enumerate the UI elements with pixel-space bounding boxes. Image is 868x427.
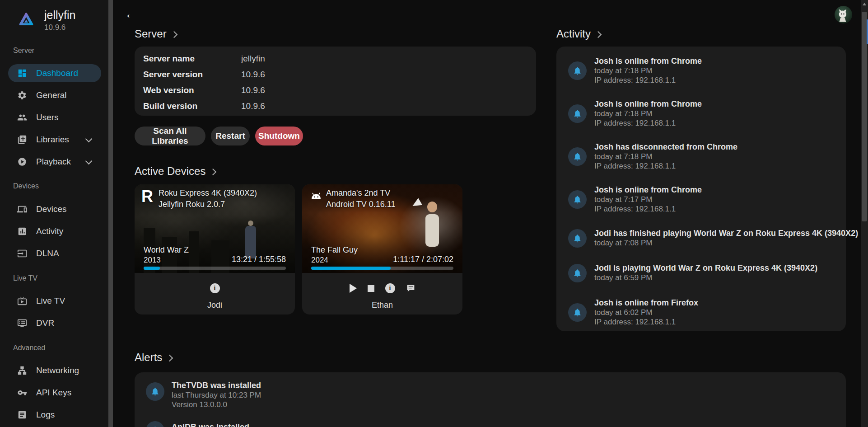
activity-entry-ip: IP address: 192.168.1.1 — [594, 204, 847, 214]
server-section-heading[interactable]: Server — [135, 28, 177, 40]
app-version: 10.9.6 — [44, 23, 75, 32]
alerts-heading[interactable]: Alerts — [135, 351, 172, 364]
sidebar-item-devices[interactable]: Devices — [8, 200, 101, 218]
server-name-value: jellyfin — [241, 54, 265, 64]
info-icon[interactable]: i — [210, 283, 220, 293]
alerts-panel: TheTVDB was installed last Thursday at 1… — [135, 372, 846, 427]
activity-entry: Jodi has finished playing World War Z on… — [594, 228, 847, 248]
active-devices-heading[interactable]: Active Devices — [135, 165, 215, 178]
sidebar-item-label: DVR — [36, 318, 54, 328]
roku-logo-icon: R — [141, 188, 153, 205]
activity-entry: Josh is online from Chrome today at 7:17… — [594, 185, 847, 214]
session-card-android-tv[interactable]: Amanda's 2nd TV Android TV 0.16.11 The F… — [302, 184, 462, 314]
sidebar-item-dlna[interactable]: DLNA — [8, 244, 101, 263]
server-name-label: Server name — [143, 54, 195, 64]
sidebar-item-live-tv[interactable]: Live TV — [8, 292, 101, 310]
stop-icon[interactable] — [368, 285, 374, 292]
sidebar-item-logs[interactable]: Logs — [8, 406, 101, 424]
web-version-label: Web version — [143, 85, 194, 95]
sidebar-item-label: Devices — [36, 204, 67, 214]
users-icon — [17, 112, 28, 123]
sidebar-scrollbar[interactable] — [108, 0, 113, 427]
activity-entry: Josh is online from Firefox today at 6:0… — [594, 298, 847, 327]
activity-entry-title: Josh has disconnected from Chrome — [594, 142, 847, 152]
sidebar: jellyfin 10.9.6 Server Dashboard General… — [0, 0, 113, 427]
media-title: The Fall Guy — [311, 245, 358, 255]
activity-entry-time: today at 7:08 PM — [594, 238, 847, 248]
sidebar-item-label: General — [36, 90, 67, 100]
activity-heading[interactable]: Activity — [556, 28, 601, 40]
activity-entry-title: Jodi has finished playing World War Z on… — [594, 228, 847, 238]
alert-entry-time: last Thursday at 10:23 PM — [172, 390, 425, 400]
figure-silhouette — [245, 226, 256, 258]
bell-icon — [568, 229, 587, 248]
sidebar-item-libraries[interactable]: Libraries — [8, 131, 101, 149]
sidebar-item-users[interactable]: Users — [8, 108, 101, 127]
sidebar-item-label: Playback — [36, 157, 71, 167]
sidebar-item-label: Dashboard — [36, 68, 78, 78]
sidebar-item-playback[interactable]: Playback — [8, 153, 101, 171]
user-avatar[interactable] — [835, 6, 852, 23]
sidebar-item-label: API Keys — [36, 388, 71, 398]
chevron-right-icon — [166, 355, 173, 362]
dvr-icon — [17, 318, 28, 328]
media-backdrop-world-war-z: R Roku Express 4K (3940X2) Jellyfin Roku… — [135, 184, 295, 273]
nav-section-server: Server — [13, 47, 34, 55]
bell-icon — [568, 61, 587, 80]
activity-entry-ip: IP address: 192.168.1.1 — [594, 161, 847, 171]
chevron-right-icon — [170, 31, 177, 38]
session-user: Jodi — [135, 300, 295, 310]
libraries-icon — [17, 134, 28, 145]
key-icon — [17, 387, 28, 398]
client-version: Jellyfin Roku 2.0.7 — [159, 200, 225, 209]
back-button[interactable]: ← — [125, 7, 137, 21]
sidebar-item-dvr[interactable]: DVR — [8, 314, 101, 332]
alert-entry: AniDB was installed — [172, 422, 425, 427]
info-icon[interactable]: i — [385, 283, 395, 293]
active-devices-title: Active Devices — [135, 165, 205, 178]
activity-entry-title: Jodi is playing World War Z on Roku Expr… — [594, 263, 847, 273]
server-version-label: Server version — [143, 70, 203, 80]
message-icon[interactable] — [406, 284, 415, 293]
activity-entry-time: today at 7:17 PM — [594, 195, 847, 204]
alerts-title: Alerts — [135, 351, 162, 364]
scrollbar-up-arrow-icon[interactable] — [863, 3, 866, 5]
alert-entry-title: AniDB was installed — [172, 422, 425, 427]
sidebar-item-networking[interactable]: Networking — [8, 361, 101, 380]
alert-entry-title: TheTVDB was installed — [172, 380, 425, 390]
sidebar-item-general[interactable]: General — [8, 86, 101, 104]
playback-progress-bar — [311, 267, 453, 270]
scan-all-libraries-button[interactable]: Scan All Libraries — [135, 127, 205, 145]
activity-panel: Josh is online from Chrome today at 7:18… — [556, 47, 846, 331]
alert-entry: TheTVDB was installed last Thursday at 1… — [172, 380, 425, 409]
activity-entry-title: Josh is online from Chrome — [594, 185, 847, 195]
playback-progress-fill — [144, 267, 160, 270]
bell-icon — [146, 421, 164, 427]
activity-entry: Jodi is playing World War Z on Roku Expr… — [594, 263, 847, 282]
bell-icon — [568, 303, 587, 322]
shutdown-button[interactable]: Shutdown — [255, 127, 303, 145]
sidebar-item-label: Users — [36, 113, 59, 122]
activity-entry-ip: IP address: 192.168.1.1 — [594, 75, 847, 85]
server-section-title: Server — [135, 28, 167, 40]
play-icon[interactable] — [350, 284, 357, 293]
build-version-label: Build version — [143, 101, 197, 111]
playback-position: 13:21 / 1:55:58 — [232, 255, 286, 264]
activity-entry-title: Josh is online from Firefox — [594, 298, 847, 308]
sidebar-item-dashboard[interactable]: Dashboard — [8, 64, 101, 82]
input-icon — [17, 248, 28, 259]
session-card-roku[interactable]: R Roku Express 4K (3940X2) Jellyfin Roku… — [135, 184, 295, 314]
nav-section-advanced: Advanced — [13, 344, 45, 352]
app-logo-block: jellyfin 10.9.6 — [18, 8, 75, 32]
sidebar-item-api-keys[interactable]: API Keys — [8, 384, 101, 402]
bell-icon — [568, 147, 587, 166]
activity-entry-time: today at 7:18 PM — [594, 66, 847, 75]
devices-icon — [17, 204, 28, 215]
sidebar-item-label: Activity — [36, 226, 63, 236]
playback-progress-fill — [311, 267, 391, 270]
restart-button[interactable]: Restart — [211, 127, 250, 145]
sidebar-item-activity[interactable]: Activity — [8, 222, 101, 240]
playback-position: 1:11:17 / 2:07:02 — [393, 255, 453, 264]
activity-title: Activity — [556, 28, 591, 40]
figure-silhouette — [425, 214, 439, 247]
